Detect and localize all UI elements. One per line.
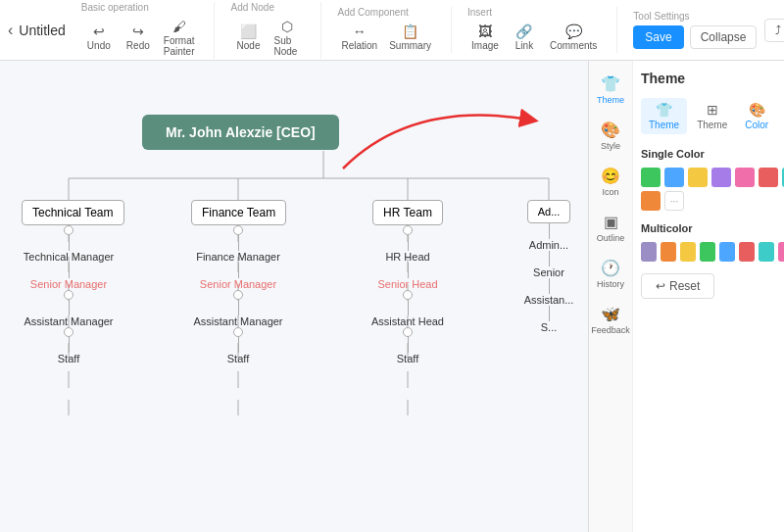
link-icon: 🔗 bbox=[515, 24, 532, 39]
swatch-green[interactable] bbox=[641, 168, 661, 187]
style-label: Style bbox=[601, 141, 620, 151]
conn-fv-2 bbox=[238, 263, 239, 278]
hr-team-column: HR Team HR Head Senior Head Assistant He… bbox=[361, 200, 455, 364]
format-painter-button[interactable]: 🖌 Format Painter bbox=[160, 17, 199, 59]
icon-tab[interactable]: 😊 Icon bbox=[589, 161, 632, 203]
multi-swatch-2[interactable] bbox=[661, 242, 676, 262]
hr-team-label: HR Team bbox=[383, 206, 432, 219]
undo-button[interactable]: ↩ Undo bbox=[81, 22, 117, 53]
feedback-label: Feedback bbox=[591, 325, 630, 335]
toolbar: ‹ Untitled Basic operation ↩ Undo ↪ Redo… bbox=[0, 0, 784, 61]
basic-operation-items: ↩ Undo ↪ Redo 🖌 Format Painter bbox=[81, 17, 199, 59]
canvas[interactable]: Mr. John Alexzie [CEO] bbox=[0, 61, 588, 532]
multi-swatch-8[interactable] bbox=[778, 242, 784, 262]
senior-head-hr[interactable]: Senior Head bbox=[361, 278, 455, 290]
reset-button[interactable]: ↩ Reset bbox=[641, 273, 714, 299]
relation-label: Relation bbox=[341, 40, 377, 51]
collapse-button[interactable]: Collapse bbox=[690, 25, 758, 49]
node-button[interactable]: ⬜ Node bbox=[230, 22, 266, 53]
hr-team-node[interactable]: HR Team bbox=[372, 200, 443, 225]
summary-icon: 📋 bbox=[402, 24, 418, 39]
finance-team-label: Finance Team bbox=[202, 206, 275, 219]
link-button[interactable]: 🔗 Link bbox=[507, 22, 542, 53]
add-node-label: Add Node bbox=[230, 2, 273, 13]
add-component-label: Add Component bbox=[337, 7, 408, 18]
conn-av-1 bbox=[549, 223, 550, 239]
multi-swatch-6[interactable] bbox=[739, 242, 755, 262]
technical-team-node[interactable]: Technical Team bbox=[22, 200, 124, 225]
circle-2 bbox=[64, 290, 74, 300]
tab-theme[interactable]: ⊞ Theme bbox=[689, 98, 735, 134]
tab-theme-icon-label: Theme bbox=[649, 120, 679, 130]
sub-node-button[interactable]: ⬡ Sub Node bbox=[270, 17, 305, 59]
conn-av-4 bbox=[549, 306, 550, 321]
summary-label: Summary bbox=[389, 40, 431, 51]
ad-team-label: Ad... bbox=[538, 206, 561, 218]
reset-label: Reset bbox=[669, 279, 700, 293]
multi-swatch-1[interactable] bbox=[641, 242, 657, 262]
swatch-pink[interactable] bbox=[735, 168, 755, 187]
outline-tab[interactable]: ▣ Outline bbox=[589, 207, 632, 249]
image-button[interactable]: 🖼 Image bbox=[467, 22, 503, 53]
circle-1 bbox=[64, 225, 74, 235]
tab-backdrop[interactable]: 🖼 Backdrop bbox=[778, 98, 784, 134]
right-sidebar: 👕 Theme 🎨 Style 😊 Icon ▣ Outline 🕐 Histo… bbox=[588, 61, 784, 532]
comments-button[interactable]: 💬 Comments bbox=[546, 22, 601, 53]
swatch-purple[interactable] bbox=[711, 168, 731, 187]
link-label: Link bbox=[515, 40, 533, 51]
comments-label: Comments bbox=[550, 40, 597, 51]
history-tab[interactable]: 🕐 History bbox=[589, 253, 632, 295]
finance-team-column: Finance Team Finance Manager Senior Mana… bbox=[191, 200, 285, 364]
senior-manager-finance[interactable]: Senior Manager bbox=[191, 278, 285, 290]
tool-settings-label: Tool Settings bbox=[633, 11, 689, 22]
feedback-tab[interactable]: 🦋 Feedback bbox=[589, 299, 632, 341]
circle-f3 bbox=[233, 327, 243, 337]
summary-button[interactable]: 📋 Summary bbox=[385, 22, 435, 53]
technical-team-label: Technical Team bbox=[32, 206, 114, 219]
more-colors-button[interactable]: ··· bbox=[664, 191, 684, 211]
multicolor-swatches: ▼ bbox=[641, 242, 784, 262]
assistant-manager-finance: Assistant Manager bbox=[191, 315, 285, 327]
conn-v-2 bbox=[69, 263, 70, 278]
multi-swatch-7[interactable] bbox=[759, 242, 774, 262]
swatch-yellow[interactable] bbox=[688, 168, 708, 187]
insert-label: Insert bbox=[467, 7, 492, 18]
relation-button[interactable]: ↔ Relation bbox=[337, 22, 381, 53]
multi-swatch-3[interactable] bbox=[680, 242, 696, 262]
multicolor-label: Multicolor bbox=[641, 222, 784, 234]
style-tab[interactable]: 🎨 Style bbox=[589, 115, 632, 157]
insert-items: 🖼 Image 🔗 Link 💬 Comments bbox=[467, 22, 601, 53]
ceo-node[interactable]: Mr. John Alexzie [CEO] bbox=[142, 115, 339, 150]
panel-title: Theme bbox=[641, 71, 685, 86]
redo-icon: ↪ bbox=[132, 24, 144, 39]
conn-v-1 bbox=[69, 235, 70, 251]
panel-tabs: 👕 Theme ⊞ Theme 🎨 Color 🖼 Backdrop bbox=[641, 98, 784, 134]
finance-team-node[interactable]: Finance Team bbox=[191, 200, 286, 225]
circle-f2 bbox=[233, 290, 243, 300]
swatch-orange[interactable] bbox=[641, 191, 661, 211]
feedback-icon: 🦋 bbox=[601, 305, 620, 323]
theme-active-tab[interactable]: 👕 Theme bbox=[589, 69, 632, 111]
tab-theme-icon[interactable]: 👕 Theme bbox=[641, 98, 687, 134]
save-button[interactable]: Save bbox=[633, 25, 683, 49]
tab-color[interactable]: 🎨 Color bbox=[737, 98, 776, 134]
swatch-red[interactable] bbox=[759, 168, 778, 187]
ad-team-node[interactable]: Ad... bbox=[527, 200, 571, 223]
node-icon: ⬜ bbox=[240, 24, 257, 39]
basic-operation-label: Basic operation bbox=[81, 2, 149, 13]
share-button[interactable]: ⤴ Share bbox=[764, 19, 784, 42]
redo-button[interactable]: ↪ Redo bbox=[121, 22, 156, 53]
back-button[interactable]: ‹ bbox=[8, 22, 13, 39]
annotation-arrow bbox=[314, 90, 559, 188]
sub-node-label: Sub Node bbox=[273, 35, 301, 57]
conn-fv-4 bbox=[238, 337, 239, 353]
conn-hv-3 bbox=[408, 300, 409, 315]
circle-3 bbox=[64, 327, 74, 337]
circle-h1 bbox=[403, 225, 413, 235]
multi-swatch-5[interactable] bbox=[719, 242, 735, 262]
icon-label: Icon bbox=[602, 187, 618, 197]
multi-swatch-4[interactable] bbox=[700, 242, 715, 262]
senior-manager-tech[interactable]: Senior Manager bbox=[22, 278, 116, 290]
swatch-blue[interactable] bbox=[664, 168, 684, 187]
conn-hv-1 bbox=[408, 235, 409, 251]
